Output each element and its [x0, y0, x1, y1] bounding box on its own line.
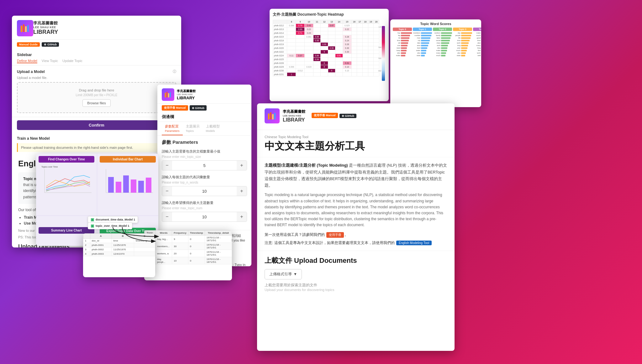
ch-english-link[interactable]: English Modeling Tool — [396, 241, 432, 245]
heatmap-empty-cell — [362, 28, 368, 31]
heatmap-empty-cell — [351, 43, 357, 46]
hm-col-8: 8 — [287, 20, 296, 24]
heatmap-cell — [328, 73, 335, 76]
table-cell: 10 — [172, 257, 188, 264]
topic-word-bar — [401, 45, 408, 46]
individual-bar-button[interactable]: Individual Bar Chart — [100, 156, 156, 163]
table-cell: 1 — [83, 239, 90, 243]
heatmap-title: 文件·主題熱圖 Document-Topic Heatmap — [273, 12, 386, 17]
topic-word-label: time — [473, 39, 481, 41]
svg-rect-21 — [146, 178, 151, 193]
heatmap-panel: 文件·主題熱圖 Document-Topic Heatmap 8 9 10 11… — [270, 9, 389, 101]
summary-line-button[interactable]: Summary Line Chart — [39, 227, 94, 234]
topic-word-row: members — [413, 32, 432, 34]
heatmap-cell: 0.43 — [305, 24, 313, 28]
badge-row: Manual Guide ⊕ GitHub — [12, 42, 181, 49]
table-row: 4phdh-000312/4/1970 — [83, 252, 155, 256]
svg-rect-3 — [27, 25, 29, 32]
hm-col-14: 14 — [335, 20, 343, 24]
topic-col-header-4: Topic 4 — [473, 28, 481, 31]
topic-word-label: workers — [433, 32, 440, 34]
heatmap-empty-cell — [374, 39, 379, 43]
nav-topics[interactable]: 主題展示Topics — [183, 122, 203, 135]
heatmap-empty-cell — [368, 31, 374, 35]
sidebar-link-update[interactable]: Update Topic — [62, 59, 82, 63]
table-cell: 20 — [172, 250, 188, 257]
topic-word-bar — [461, 32, 472, 34]
ch-manual-badge[interactable]: 使用手冊 Manual — [312, 113, 338, 118]
param1-minus-button[interactable]: − — [162, 160, 172, 170]
ch-intro-section: Chinese Topic Modeling Tool 中文文本主題分析工具 — [257, 130, 455, 157]
manual-guide-badge[interactable]: Manual Guide — [17, 42, 40, 47]
nav-models[interactable]: 上載模型Models — [203, 122, 223, 135]
topic-col-2: Topic 2workersfamilylaborsocialclasswork… — [433, 28, 452, 57]
param3-minus-button[interactable]: − — [162, 212, 172, 222]
heatmap-cell — [287, 43, 296, 46]
heatmap-cell: 1 — [287, 73, 296, 76]
upload-info-icon[interactable]: ⓘ — [173, 69, 176, 74]
heatmap-empty-cell — [362, 46, 368, 50]
table-cell: day, peopl... — [155, 257, 172, 264]
find-changes-button[interactable]: Find Changes Over Time — [39, 156, 94, 163]
table-row: 2phdh-000111/25/1970 — [83, 243, 155, 247]
topic-col-0: Topic 0haylegbittimeoldcowneedkeepalsoma… — [393, 28, 412, 57]
model-dropzone[interactable]: Drag and drop file here Limit 200MB per … — [17, 82, 176, 113]
heatmap-cell — [328, 54, 335, 58]
nav-params[interactable]: 參數配置Parameters — [162, 122, 183, 135]
param2-minus-button[interactable]: − — [162, 186, 172, 196]
topic-word-row: first — [473, 49, 481, 51]
heatmap-empty-cell — [362, 39, 368, 43]
ch-manual-link[interactable]: 使用手冊 — [326, 232, 344, 238]
heatmap-cell — [343, 31, 351, 35]
upload-model-section: Upload a Model ⓘ Upload a model file. Dr… — [12, 65, 181, 117]
heatmap-cell — [321, 28, 328, 31]
file-label-2[interactable]: ▣ topic_over_time_Model 1 — [88, 222, 132, 229]
param-item-2: 請輸入每個主題的代表詞彙數量 Please enter top_n_words … — [162, 175, 247, 196]
topic-word-label: well — [473, 55, 481, 56]
topic-word-label: make — [433, 49, 440, 51]
table-cell: 1970/11/16 - 1871/5/1 — [205, 257, 232, 264]
ch-guidance-button[interactable]: 上傳格式引導 ▼ — [265, 269, 302, 279]
table-cell: 0 — [188, 257, 205, 264]
file-label-1[interactable]: ▣ document_time data_Model 1 — [88, 216, 138, 223]
individual-bar-chart — [101, 164, 155, 196]
heatmap-cell — [296, 35, 305, 39]
param1-plus-button[interactable]: + — [237, 160, 247, 170]
topic-word-label: good — [473, 37, 481, 39]
param3-plus-button[interactable]: + — [237, 212, 247, 222]
heatmap-cell — [328, 65, 335, 69]
sidebar-link-define[interactable]: Define Model — [17, 59, 37, 63]
param1-label: 請輸入主題需要包含的文檔數量最小值 — [162, 149, 247, 154]
topic-word-label: life — [453, 37, 460, 39]
table-cell: 1970/11/16 - 1871/5/1 — [205, 236, 232, 243]
heatmap-empty-cell — [351, 54, 357, 58]
param2-plus-button[interactable]: + — [237, 186, 247, 196]
sidebar-link-view[interactable]: View Topic — [42, 59, 58, 63]
heatmap-cell — [287, 50, 296, 54]
heatmap-cell — [313, 43, 320, 46]
topic-word-bar — [441, 55, 445, 56]
confirm-button[interactable]: Confirm — [17, 120, 176, 130]
ch-github-badge[interactable]: ⊕ GitHub — [339, 114, 357, 118]
ch-lib-name-en1: LEE SHAU KEE — [283, 114, 305, 117]
browse-files-button[interactable]: Browse files — [82, 99, 110, 107]
file-label-text-1: document_time data_Model 1 — [96, 218, 135, 221]
github-badge[interactable]: ⊕ GitHub — [42, 42, 59, 47]
topic-word-label: much — [433, 55, 440, 56]
topic-word-bar — [421, 52, 426, 54]
table-cell: 9 — [172, 236, 188, 243]
heatmap-cell — [313, 46, 320, 50]
heatmap-cell: 6 — [321, 65, 328, 69]
ch-main-title: 中文文本主題分析工具 — [265, 140, 447, 152]
doc-col-B: B — [112, 234, 134, 239]
heatmap-empty-cell — [374, 61, 379, 65]
heatmap-cell: 0.71 — [296, 31, 305, 35]
topic-word-bar — [461, 55, 465, 56]
params-github-badge[interactable]: ⊕ GitHub — [190, 105, 207, 111]
param2-label: 請輸入每個主題的代表詞彙數量 — [162, 175, 247, 179]
heatmap-empty-cell — [362, 65, 368, 69]
heatmap-cell: 0.79 — [296, 24, 305, 28]
heatmap-cell — [313, 28, 320, 31]
params-manual-badge[interactable]: 使用手冊 Manual — [162, 105, 188, 111]
topic-word-label: members — [413, 32, 420, 34]
